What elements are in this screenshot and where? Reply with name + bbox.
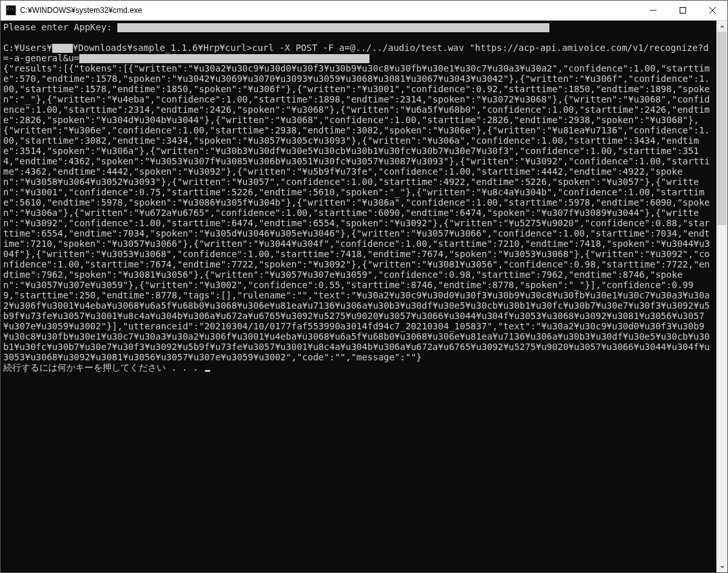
window-controls (638, 1, 727, 20)
json-response: {"results":[{"tokens":[{"written":"¥u30a… (3, 63, 710, 362)
cmd-window: C:¥WINDOWS¥system32¥cmd.exe Please enter… (0, 0, 728, 573)
redacted-username (52, 44, 73, 53)
scrollbar[interactable] (716, 21, 727, 572)
window-title: C:¥WINDOWS¥system32¥cmd.exe (20, 6, 638, 15)
close-button[interactable] (698, 1, 727, 20)
redacted-token (79, 54, 369, 63)
cursor (205, 370, 210, 372)
prompt-path: C:¥Users¥ (3, 43, 52, 53)
appkey-prompt: Please enter AppKey: (3, 22, 117, 32)
console-wrap: Please enter AppKey: C:¥Users¥¥Downloads… (1, 21, 727, 572)
scroll-down-button[interactable] (716, 561, 727, 572)
cmd-icon (6, 5, 16, 15)
scroll-track[interactable] (716, 32, 727, 561)
scroll-thumb[interactable] (717, 32, 727, 225)
maximize-button[interactable] (668, 1, 698, 20)
titlebar[interactable]: C:¥WINDOWS¥system32¥cmd.exe (1, 1, 727, 21)
continue-prompt: 続行するには何かキーを押してください . . . (3, 362, 204, 373)
svg-rect-1 (680, 8, 686, 14)
minimize-button[interactable] (638, 1, 668, 20)
redacted-appkey (117, 23, 549, 32)
scroll-up-button[interactable] (716, 21, 727, 32)
console-output[interactable]: Please enter AppKey: C:¥Users¥¥Downloads… (1, 21, 716, 572)
